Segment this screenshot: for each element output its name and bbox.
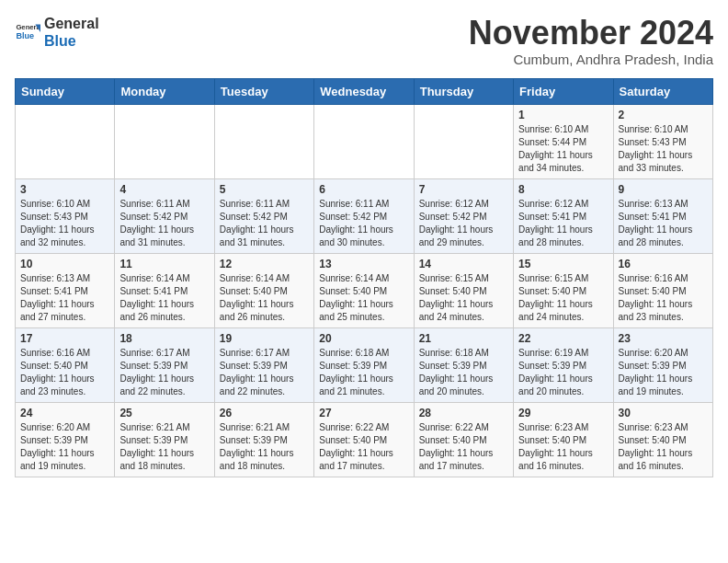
calendar-cell: 7Sunrise: 6:12 AMSunset: 5:42 PMDaylight…	[414, 178, 513, 253]
day-info: Sunrise: 6:18 AMSunset: 5:39 PMDaylight:…	[419, 347, 508, 398]
calendar-cell: 18Sunrise: 6:17 AMSunset: 5:39 PMDayligh…	[115, 327, 214, 402]
calendar-cell	[214, 104, 313, 178]
day-info: Sunrise: 6:21 AMSunset: 5:39 PMDaylight:…	[119, 421, 209, 473]
day-number: 20	[319, 332, 408, 345]
calendar-cell: 16Sunrise: 6:16 AMSunset: 5:40 PMDayligh…	[613, 253, 712, 327]
day-number: 16	[619, 258, 708, 270]
day-info: Sunrise: 6:20 AMSunset: 5:39 PMDaylight:…	[619, 347, 708, 398]
calendar-cell	[16, 104, 115, 178]
calendar-cell: 20Sunrise: 6:18 AMSunset: 5:39 PMDayligh…	[314, 327, 414, 402]
calendar-cell: 14Sunrise: 6:15 AMSunset: 5:40 PMDayligh…	[414, 253, 513, 327]
calendar-cell: 13Sunrise: 6:14 AMSunset: 5:40 PMDayligh…	[314, 253, 414, 327]
calendar-week-3: 10Sunrise: 6:13 AMSunset: 5:41 PMDayligh…	[16, 253, 713, 327]
calendar-week-4: 17Sunrise: 6:16 AMSunset: 5:40 PMDayligh…	[16, 327, 713, 402]
calendar-week-5: 24Sunrise: 6:20 AMSunset: 5:39 PMDayligh…	[16, 402, 713, 477]
weekday-header-monday: Monday	[115, 78, 214, 104]
day-info: Sunrise: 6:19 AMSunset: 5:39 PMDaylight:…	[518, 347, 608, 398]
day-info: Sunrise: 6:23 AMSunset: 5:40 PMDaylight:…	[518, 421, 608, 473]
calendar-cell: 29Sunrise: 6:23 AMSunset: 5:40 PMDayligh…	[514, 402, 613, 477]
day-number: 6	[319, 183, 408, 196]
weekday-header-wednesday: Wednesday	[314, 78, 414, 104]
calendar-cell: 21Sunrise: 6:18 AMSunset: 5:39 PMDayligh…	[414, 327, 513, 402]
day-number: 1	[518, 109, 608, 121]
day-info: Sunrise: 6:14 AMSunset: 5:40 PMDaylight:…	[220, 272, 309, 324]
day-info: Sunrise: 6:17 AMSunset: 5:39 PMDaylight:…	[119, 347, 209, 398]
location: Cumbum, Andhra Pradesh, India	[469, 52, 713, 67]
day-number: 15	[518, 258, 608, 270]
day-number: 21	[419, 332, 508, 345]
calendar-cell	[115, 104, 214, 178]
day-info: Sunrise: 6:14 AMSunset: 5:40 PMDaylight:…	[319, 272, 408, 324]
logo-icon: General Blue	[15, 19, 40, 45]
month-title: November 2024	[469, 15, 713, 52]
day-info: Sunrise: 6:10 AMSunset: 5:43 PMDaylight:…	[20, 198, 109, 249]
calendar-cell: 17Sunrise: 6:16 AMSunset: 5:40 PMDayligh…	[16, 327, 115, 402]
day-number: 14	[419, 258, 508, 270]
day-number: 9	[619, 183, 708, 196]
calendar-cell	[414, 104, 513, 178]
day-info: Sunrise: 6:12 AMSunset: 5:41 PMDaylight:…	[518, 198, 608, 249]
calendar-cell: 9Sunrise: 6:13 AMSunset: 5:41 PMDaylight…	[613, 178, 712, 253]
day-number: 29	[518, 407, 608, 419]
day-number: 11	[119, 258, 209, 270]
weekday-header-saturday: Saturday	[613, 78, 712, 104]
day-number: 19	[220, 332, 309, 345]
calendar-week-1: 1Sunrise: 6:10 AMSunset: 5:44 PMDaylight…	[16, 104, 713, 178]
day-info: Sunrise: 6:13 AMSunset: 5:41 PMDaylight:…	[20, 272, 109, 324]
day-number: 12	[220, 258, 309, 270]
weekday-header-tuesday: Tuesday	[214, 78, 313, 104]
calendar-cell: 6Sunrise: 6:11 AMSunset: 5:42 PMDaylight…	[314, 178, 414, 253]
day-info: Sunrise: 6:22 AMSunset: 5:40 PMDaylight:…	[319, 421, 408, 473]
day-info: Sunrise: 6:14 AMSunset: 5:41 PMDaylight:…	[119, 272, 209, 324]
day-number: 13	[319, 258, 408, 270]
day-number: 2	[619, 109, 708, 121]
day-info: Sunrise: 6:10 AMSunset: 5:44 PMDaylight:…	[518, 123, 608, 175]
calendar-cell: 2Sunrise: 6:10 AMSunset: 5:43 PMDaylight…	[613, 104, 712, 178]
day-number: 4	[119, 183, 209, 196]
calendar-cell: 30Sunrise: 6:23 AMSunset: 5:40 PMDayligh…	[613, 402, 712, 477]
day-info: Sunrise: 6:11 AMSunset: 5:42 PMDaylight:…	[119, 198, 209, 249]
weekday-header-thursday: Thursday	[414, 78, 513, 104]
day-info: Sunrise: 6:15 AMSunset: 5:40 PMDaylight:…	[518, 272, 608, 324]
day-info: Sunrise: 6:11 AMSunset: 5:42 PMDaylight:…	[319, 198, 408, 249]
day-info: Sunrise: 6:21 AMSunset: 5:39 PMDaylight:…	[220, 421, 309, 473]
day-number: 27	[319, 407, 408, 419]
day-number: 5	[220, 183, 309, 196]
day-number: 3	[20, 183, 109, 196]
calendar-cell: 10Sunrise: 6:13 AMSunset: 5:41 PMDayligh…	[16, 253, 115, 327]
calendar-cell: 11Sunrise: 6:14 AMSunset: 5:41 PMDayligh…	[115, 253, 214, 327]
day-info: Sunrise: 6:17 AMSunset: 5:39 PMDaylight:…	[220, 347, 309, 398]
weekday-header-sunday: Sunday	[16, 78, 115, 104]
day-info: Sunrise: 6:23 AMSunset: 5:40 PMDaylight:…	[619, 421, 708, 473]
day-number: 17	[20, 332, 109, 345]
day-info: Sunrise: 6:18 AMSunset: 5:39 PMDaylight:…	[319, 347, 408, 398]
day-number: 18	[119, 332, 209, 345]
calendar-cell: 22Sunrise: 6:19 AMSunset: 5:39 PMDayligh…	[514, 327, 613, 402]
day-info: Sunrise: 6:22 AMSunset: 5:40 PMDaylight:…	[419, 421, 508, 473]
day-number: 24	[20, 407, 109, 419]
day-info: Sunrise: 6:12 AMSunset: 5:42 PMDaylight:…	[419, 198, 508, 249]
calendar-cell: 5Sunrise: 6:11 AMSunset: 5:42 PMDaylight…	[214, 178, 313, 253]
calendar-cell: 12Sunrise: 6:14 AMSunset: 5:40 PMDayligh…	[214, 253, 313, 327]
calendar-cell: 19Sunrise: 6:17 AMSunset: 5:39 PMDayligh…	[214, 327, 313, 402]
logo-text: General Blue	[44, 15, 99, 50]
calendar-cell: 28Sunrise: 6:22 AMSunset: 5:40 PMDayligh…	[414, 402, 513, 477]
day-number: 30	[619, 407, 708, 419]
day-info: Sunrise: 6:10 AMSunset: 5:43 PMDaylight:…	[619, 123, 708, 175]
day-info: Sunrise: 6:13 AMSunset: 5:41 PMDaylight:…	[619, 198, 708, 249]
calendar-cell: 26Sunrise: 6:21 AMSunset: 5:39 PMDayligh…	[214, 402, 313, 477]
calendar-cell: 15Sunrise: 6:15 AMSunset: 5:40 PMDayligh…	[514, 253, 613, 327]
calendar-cell: 27Sunrise: 6:22 AMSunset: 5:40 PMDayligh…	[314, 402, 414, 477]
page-header: General Blue General Blue November 2024 …	[15, 15, 713, 67]
day-number: 10	[20, 258, 109, 270]
day-number: 25	[119, 407, 209, 419]
day-number: 28	[419, 407, 508, 419]
svg-text:Blue: Blue	[16, 31, 34, 40]
calendar-cell	[314, 104, 414, 178]
calendar-cell: 4Sunrise: 6:11 AMSunset: 5:42 PMDaylight…	[115, 178, 214, 253]
day-number: 26	[220, 407, 309, 419]
weekday-header-row: SundayMondayTuesdayWednesdayThursdayFrid…	[16, 78, 713, 104]
day-info: Sunrise: 6:15 AMSunset: 5:40 PMDaylight:…	[419, 272, 508, 324]
calendar-table: SundayMondayTuesdayWednesdayThursdayFrid…	[15, 78, 713, 477]
calendar-cell: 1Sunrise: 6:10 AMSunset: 5:44 PMDaylight…	[514, 104, 613, 178]
